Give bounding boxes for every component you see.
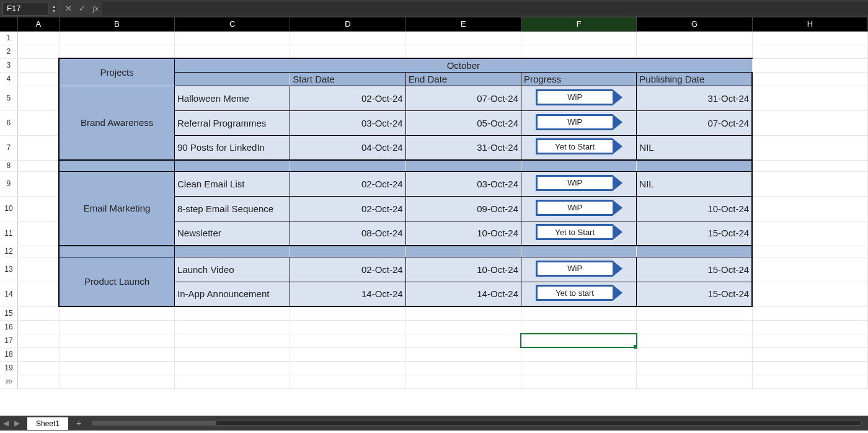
task-start[interactable]: 04-Oct-24 (290, 135, 405, 160)
cell[interactable] (59, 246, 174, 257)
cell[interactable] (17, 320, 59, 334)
cell[interactable] (752, 171, 867, 196)
task-progress[interactable]: Yet to Start (521, 221, 636, 246)
cell[interactable] (290, 31, 405, 45)
cell[interactable] (405, 31, 521, 45)
cell[interactable] (175, 334, 290, 347)
col-header-G[interactable]: G (637, 17, 752, 31)
cell[interactable] (752, 196, 867, 221)
cell[interactable] (290, 375, 405, 388)
cell[interactable] (521, 375, 636, 388)
header-end[interactable]: End Date (405, 72, 521, 86)
task-progress[interactable]: Yet to Start (521, 135, 636, 160)
cell[interactable] (17, 334, 59, 347)
header-publish[interactable]: Publishing Date (637, 72, 752, 86)
task-publish[interactable]: 07-Oct-24 (637, 110, 752, 135)
task-name[interactable]: Halloween Meme (175, 86, 290, 110)
cell[interactable] (17, 110, 59, 135)
row-header[interactable]: 16 (0, 320, 17, 334)
row-header[interactable]: 15 (0, 306, 17, 320)
grid[interactable]: A B C D E F G H 1 2 3 Projects October 4 (0, 17, 868, 389)
formula-input[interactable] (102, 2, 868, 16)
cell[interactable] (637, 306, 752, 320)
cell[interactable] (59, 347, 174, 361)
task-start[interactable]: 08-Oct-24 (290, 221, 405, 246)
accept-button[interactable]: ✓ (75, 2, 89, 16)
cell[interactable] (175, 160, 290, 171)
task-end[interactable]: 07-Oct-24 (405, 86, 521, 110)
cell[interactable] (17, 72, 59, 86)
task-name[interactable]: In-App Announcement (175, 282, 290, 306)
horizontal-scrollbar[interactable] (92, 421, 862, 426)
cell[interactable] (59, 375, 174, 388)
cell[interactable] (17, 246, 59, 257)
cell[interactable] (17, 361, 59, 375)
row-header[interactable]: 11 (0, 221, 17, 246)
cell[interactable] (17, 86, 59, 110)
cell[interactable] (521, 306, 636, 320)
cell[interactable] (752, 282, 867, 306)
row-header[interactable]: 4 (0, 72, 17, 86)
header-start[interactable]: Start Date (290, 72, 405, 86)
cell[interactable] (59, 334, 174, 347)
task-publish[interactable]: 15-Oct-24 (637, 221, 752, 246)
cell[interactable] (17, 221, 59, 246)
task-publish[interactable]: 15-Oct-24 (637, 257, 752, 282)
task-end[interactable]: 10-Oct-24 (405, 257, 521, 282)
cell[interactable] (17, 171, 59, 196)
cell[interactable] (405, 347, 521, 361)
cell[interactable] (17, 196, 59, 221)
name-box[interactable]: F17 (2, 2, 48, 16)
row-header[interactable]: 1 (0, 31, 17, 45)
task-start[interactable]: 02-Oct-24 (290, 196, 405, 221)
row-header[interactable]: 8 (0, 160, 17, 171)
add-sheet-button[interactable]: + (72, 418, 86, 428)
row-header[interactable]: 9 (0, 171, 17, 196)
column-header-row[interactable]: A B C D E F G H (0, 17, 868, 31)
cell[interactable] (405, 375, 521, 388)
cell[interactable] (637, 334, 752, 347)
scrollbar-thumb[interactable] (92, 421, 216, 425)
task-end[interactable]: 09-Oct-24 (405, 196, 521, 221)
col-header-E[interactable]: E (405, 17, 521, 31)
cell[interactable] (290, 361, 405, 375)
cell[interactable] (752, 160, 867, 171)
task-progress[interactable]: Yet to start (521, 282, 636, 306)
cell[interactable] (637, 347, 752, 361)
cell[interactable] (752, 45, 867, 58)
cell[interactable] (175, 246, 290, 257)
cell[interactable] (521, 246, 636, 257)
col-header-C[interactable]: C (175, 17, 290, 31)
cell[interactable] (290, 320, 405, 334)
cell[interactable] (59, 320, 174, 334)
cell[interactable] (175, 375, 290, 388)
cell[interactable] (175, 45, 290, 58)
cell[interactable] (521, 347, 636, 361)
task-progress[interactable]: WiP (521, 171, 636, 196)
cell[interactable] (59, 31, 174, 45)
cell[interactable] (521, 361, 636, 375)
row-header[interactable]: 5 (0, 86, 17, 110)
cell[interactable] (637, 31, 752, 45)
cell[interactable] (405, 246, 521, 257)
row-header[interactable]: 20 (0, 375, 17, 388)
task-end[interactable]: 05-Oct-24 (405, 110, 521, 135)
cell[interactable] (752, 110, 867, 135)
cell[interactable] (637, 361, 752, 375)
group-name[interactable]: Email Marketing (59, 171, 174, 246)
select-all-corner[interactable] (0, 17, 17, 31)
task-start[interactable]: 02-Oct-24 (290, 171, 405, 196)
cell[interactable] (637, 320, 752, 334)
task-publish[interactable]: 10-Oct-24 (637, 196, 752, 221)
task-name[interactable]: Launch Video (175, 257, 290, 282)
cell[interactable] (405, 320, 521, 334)
row-header[interactable]: 7 (0, 135, 17, 160)
cell[interactable] (290, 45, 405, 58)
row-header[interactable]: 17 (0, 334, 17, 347)
cell[interactable] (405, 306, 521, 320)
active-cell[interactable] (521, 334, 636, 347)
cell[interactable] (17, 306, 59, 320)
task-end[interactable]: 10-Oct-24 (405, 221, 521, 246)
task-start[interactable]: 14-Oct-24 (290, 282, 405, 306)
cell[interactable] (752, 72, 867, 86)
